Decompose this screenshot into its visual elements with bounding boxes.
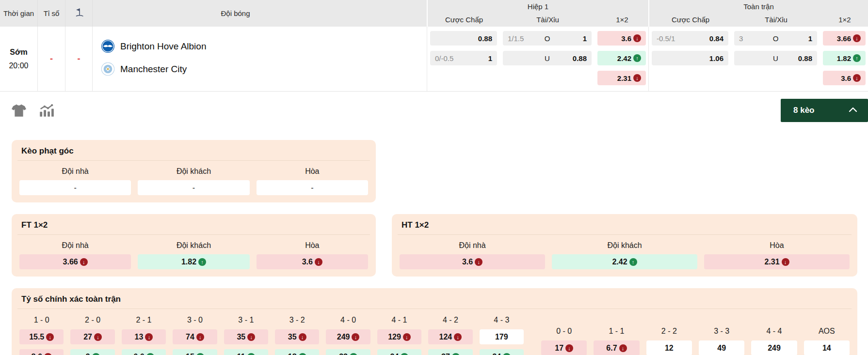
score-odds-top[interactable]: 13 [122, 329, 166, 344]
section-title: Tỷ số chính xác toàn trận [17, 293, 852, 309]
score-odds-top[interactable]: 249 [326, 329, 370, 344]
trend-down-icon [196, 333, 204, 341]
ft-draw-odds[interactable]: 3.6 [257, 254, 368, 269]
betting-sections: Kèo phạt góc Đội nhà - Đội khách - Hòa - [0, 129, 868, 355]
trend-down-icon [247, 333, 255, 341]
under-odds[interactable]: U 0.88 [503, 51, 592, 65]
trend-down-icon [352, 333, 359, 341]
trend-up-icon [92, 353, 100, 355]
1x2-draw-odds[interactable]: 2.31 [597, 71, 646, 85]
score-odds-bottom[interactable]: 18 [275, 349, 319, 355]
score-odds-bottom[interactable]: 33 [326, 349, 370, 355]
trend-down-icon [454, 333, 462, 341]
ft-1x2-section: FT 1×2 Đội nhà 3.66 Đội khách 1.82 [12, 214, 376, 277]
1x2-home-odds[interactable]: 3.6 [597, 31, 646, 46]
score-odds-bottom[interactable]: 9 [70, 349, 114, 355]
trend-down-icon [633, 34, 641, 42]
ft-home-odds[interactable]: 3.66 [19, 254, 131, 269]
score-odds-top[interactable]: 35 [275, 329, 319, 344]
ht-home-odds[interactable]: 3.6 [400, 254, 545, 269]
score-label: 3 - 0 [173, 313, 217, 324]
score-odds-bottom[interactable]: 8.6 [19, 349, 64, 355]
score-odds-bottom[interactable]: 6.6 [122, 349, 166, 355]
under-odds[interactable]: U 0.88 [734, 51, 817, 65]
ft-away-odds[interactable]: 1.82 [138, 254, 249, 269]
header-over-under: Tài/Xỉu [500, 13, 595, 27]
score-odds-bottom[interactable]: 37 [428, 349, 472, 355]
1x2-away-odds[interactable]: 2.42 [597, 51, 646, 65]
trend-down-icon [619, 344, 627, 352]
odds-count-button[interactable]: 8 kèo [781, 99, 868, 122]
away-header: Đội khách [552, 239, 697, 254]
score-odds-top[interactable]: 124 [428, 329, 472, 344]
score-odds[interactable]: 12 [646, 340, 692, 355]
1x2-away-odds[interactable]: 1.82 [823, 51, 866, 65]
away-team-name: Manchester City [120, 64, 187, 75]
first-half-over-under-column: 1/1.5 O 1 U 0.88 [500, 27, 595, 91]
handicap-odds[interactable]: -0.5/1 0.84 [652, 31, 728, 46]
away-team[interactable]: Manchester City [101, 62, 427, 76]
handicap-odds[interactable]: 0/-0.5 1 [430, 51, 497, 65]
score-odds-bottom[interactable]: 15 [173, 349, 217, 355]
score-odds[interactable]: 14 [804, 340, 850, 355]
header-group-first-half: Hiệp 1 Cược Chấp Tài/Xỉu 1×2 [427, 0, 648, 27]
header-over-under: Tài/Xỉu [732, 13, 820, 27]
first-half-label: Hiệp 1 [428, 0, 648, 13]
score-label: 1 - 1 [594, 324, 639, 336]
score-label: 4 - 4 [751, 324, 797, 336]
score-odds-top[interactable]: 129 [377, 329, 421, 344]
score-odds[interactable]: 17 [541, 340, 587, 355]
score-odds-bottom[interactable]: 94 [480, 349, 524, 355]
score-odds-bottom[interactable]: 11 [224, 349, 268, 355]
score-odds-top[interactable]: 179 [480, 329, 524, 344]
trend-down-icon [94, 333, 102, 341]
home-team[interactable]: Brighton Hove Albion [101, 40, 427, 53]
corner-draw-odds[interactable]: - [257, 180, 368, 195]
home-team-name: Brighton Hove Albion [120, 41, 206, 52]
trend-up-icon [452, 353, 460, 355]
match-time-cell: Sớm 20:00 [0, 27, 37, 91]
score-column: 3 - 1 35 11 [224, 313, 268, 355]
score-odds-bottom[interactable]: 24 [377, 349, 421, 355]
score-odds[interactable]: 6.7 [594, 340, 639, 355]
score-odds-top[interactable]: 74 [173, 329, 217, 344]
ft-draw-column: Hòa 3.6 [257, 239, 368, 269]
handicap-odds[interactable]: 0.88 [430, 31, 497, 46]
trend-up-icon [247, 353, 255, 355]
score-column: 4 - 0 249 33 [326, 313, 370, 355]
corner-home-odds[interactable]: - [19, 180, 131, 195]
score-odds-top[interactable]: 15.5 [19, 329, 64, 344]
trend-down-icon [565, 344, 573, 352]
trend-up-icon [196, 353, 204, 355]
chevron-up-icon [848, 106, 858, 116]
score-odds[interactable]: 249 [751, 340, 797, 355]
home-header: Đội nhà [19, 165, 131, 180]
over-odds[interactable]: 1/1.5 O 1 [503, 31, 592, 46]
ht-draw-odds[interactable]: 2.31 [704, 254, 850, 269]
draw-score-column: 3 - 3 49 [699, 324, 744, 355]
ft-away-column: Đội khách 1.82 [138, 239, 249, 269]
corner-away-odds[interactable]: - [138, 180, 249, 195]
ht-away-column: Đội khách 2.42 [552, 239, 697, 269]
trend-down-icon [853, 34, 861, 42]
trend-down-icon [782, 258, 789, 266]
1x2-draw-odds[interactable]: 3.6 [823, 71, 866, 85]
stats-chart-icon[interactable] [38, 102, 54, 119]
1x2-home-odds[interactable]: 3.66 [823, 31, 866, 46]
full-time-label: Toàn trận [649, 0, 868, 13]
trend-up-icon [633, 54, 641, 62]
score-label: 3 - 3 [699, 324, 744, 336]
score-odds-top[interactable]: 27 [70, 329, 114, 344]
trend-up-icon [629, 258, 637, 266]
brighton-logo [101, 40, 114, 53]
full-time-1x2-column: 3.66 1.82 3.6 [820, 27, 868, 91]
home-header: Đội nhà [400, 239, 545, 254]
score-odds[interactable]: 49 [699, 340, 744, 355]
away-header: Đội khách [138, 165, 249, 180]
handicap-odds[interactable]: 1.06 [652, 51, 728, 65]
ht-away-odds[interactable]: 2.42 [552, 254, 697, 269]
header-group-full-time: Toàn trận Cược Chấp Tài/Xỉu 1×2 [648, 0, 868, 27]
score-odds-top[interactable]: 35 [224, 329, 268, 344]
over-odds[interactable]: 3 O 1 [734, 31, 817, 46]
jersey-icon[interactable] [11, 102, 27, 119]
